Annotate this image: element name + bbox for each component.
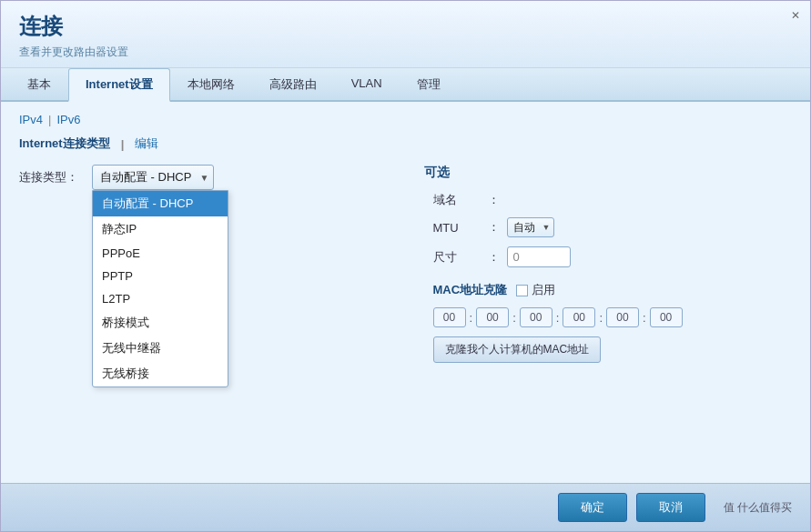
cancel-button[interactable]: 取消 [636, 493, 705, 522]
mac-sep-3: : [556, 311, 560, 325]
mac-section: MAC地址克隆 启用 : : : [424, 282, 793, 363]
dropdown-item-pptp[interactable]: PPTP [93, 265, 228, 287]
mac-inputs: : : : : : [433, 307, 793, 327]
domain-colon: ： [488, 192, 500, 208]
mac-title-row: MAC地址克隆 启用 [433, 282, 793, 298]
tab-vlan[interactable]: VLAN [334, 68, 400, 102]
mac-field-2[interactable] [476, 307, 509, 327]
mtu-label: MTU [433, 221, 488, 235]
domain-label: 域名 [433, 192, 488, 208]
main-window: 连接 查看并更改路由器设置 ✕ 基本 Internet设置 本地网络 高级路由 … [0, 0, 811, 532]
section-title: Internet连接类型 | 编辑 [19, 136, 792, 152]
connection-type-label: 连接类型： [19, 169, 92, 186]
dropdown-item-pppoe[interactable]: PPPoE [93, 242, 228, 265]
size-input[interactable] [507, 246, 571, 267]
mac-clone-button[interactable]: 克隆我个人计算机的MAC地址 [433, 336, 602, 363]
title-bar: 连接 查看并更改路由器设置 ✕ [1, 1, 810, 68]
confirm-button[interactable]: 确定 [558, 493, 627, 522]
footer: 确定 取消 值 什么值得买 [1, 483, 810, 531]
mac-enable-text: 启用 [532, 282, 555, 298]
connection-type-row: 连接类型： 自动配置 - DHCP ▼ 自动配置 - DHCP 静态IP PPP… [19, 165, 388, 190]
ipv-separator: | [48, 113, 51, 126]
section-title-text: Internet连接类型 [19, 136, 110, 152]
right-panel: 可选 域名 ： MTU ： 自动 ▼ [424, 165, 793, 363]
tab-internet[interactable]: Internet设置 [68, 68, 170, 102]
content-area: IPv4 | IPv6 Internet连接类型 | 编辑 连接类型： 自动配置… [1, 102, 810, 483]
connection-type-select[interactable]: 自动配置 - DHCP [92, 165, 214, 190]
dropdown-item-l2tp[interactable]: L2TP [93, 287, 228, 310]
close-button[interactable]: ✕ [788, 8, 803, 23]
edit-link[interactable]: 编辑 [135, 136, 158, 152]
mtu-row: MTU ： 自动 ▼ [424, 217, 793, 237]
connection-type-dropdown: 自动配置 - DHCP 静态IP PPPoE PPTP L2TP 桥接模式 无线… [92, 190, 228, 387]
tab-advanced-routing[interactable]: 高级路由 [252, 68, 334, 102]
ipv-links: IPv4 | IPv6 [19, 113, 792, 126]
size-row: 尺寸 ： [424, 246, 793, 267]
dropdown-item-repeater[interactable]: 无线中继器 [93, 336, 228, 361]
mac-sep-5: : [643, 311, 646, 325]
main-content: 连接类型： 自动配置 - DHCP ▼ 自动配置 - DHCP 静态IP PPP… [19, 165, 792, 363]
size-colon: ： [488, 249, 500, 266]
dropdown-item-bridge[interactable]: 桥接模式 [93, 310, 228, 336]
mac-sep-1: : [470, 311, 473, 325]
mac-enable-checkbox[interactable] [516, 285, 528, 296]
mac-field-4[interactable] [563, 307, 595, 327]
page-subtitle: 查看并更改路由器设置 [19, 45, 792, 60]
mac-enable-label[interactable]: 启用 [516, 282, 555, 298]
mac-sep-2: : [512, 311, 516, 325]
mtu-select-wrapper: 自动 ▼ [507, 217, 554, 237]
mac-sep-4: : [599, 311, 603, 325]
left-panel: 连接类型： 自动配置 - DHCP ▼ 自动配置 - DHCP 静态IP PPP… [19, 165, 388, 363]
section-pipe: | [121, 137, 125, 151]
page-title: 连接 [19, 12, 792, 41]
optional-title: 可选 [424, 165, 793, 181]
domain-row: 域名 ： [424, 192, 793, 208]
tab-management[interactable]: 管理 [400, 68, 458, 102]
tab-bar: 基本 Internet设置 本地网络 高级路由 VLAN 管理 [1, 68, 810, 102]
mac-title: MAC地址克隆 [433, 282, 508, 298]
ipv6-link[interactable]: IPv6 [56, 113, 80, 126]
mtu-colon: ： [488, 219, 500, 236]
connection-type-select-wrapper: 自动配置 - DHCP ▼ 自动配置 - DHCP 静态IP PPPoE PPT… [92, 165, 214, 190]
mac-field-5[interactable] [606, 307, 639, 327]
mac-field-6[interactable] [650, 307, 683, 327]
tab-local-network[interactable]: 本地网络 [170, 68, 252, 102]
dropdown-item-dhcp[interactable]: 自动配置 - DHCP [93, 191, 228, 216]
mac-field-3[interactable] [520, 307, 552, 327]
mtu-select[interactable]: 自动 [507, 217, 554, 237]
connection-type-value: 自动配置 - DHCP [100, 170, 191, 184]
size-label: 尺寸 [433, 249, 488, 266]
footer-watermark: 值 什么值得买 [724, 500, 792, 516]
dropdown-item-wds[interactable]: 无线桥接 [93, 361, 228, 386]
mac-field-1[interactable] [433, 307, 466, 327]
tab-basic[interactable]: 基本 [10, 68, 68, 102]
ipv4-link[interactable]: IPv4 [19, 113, 43, 126]
dropdown-item-staticip[interactable]: 静态IP [93, 216, 228, 242]
